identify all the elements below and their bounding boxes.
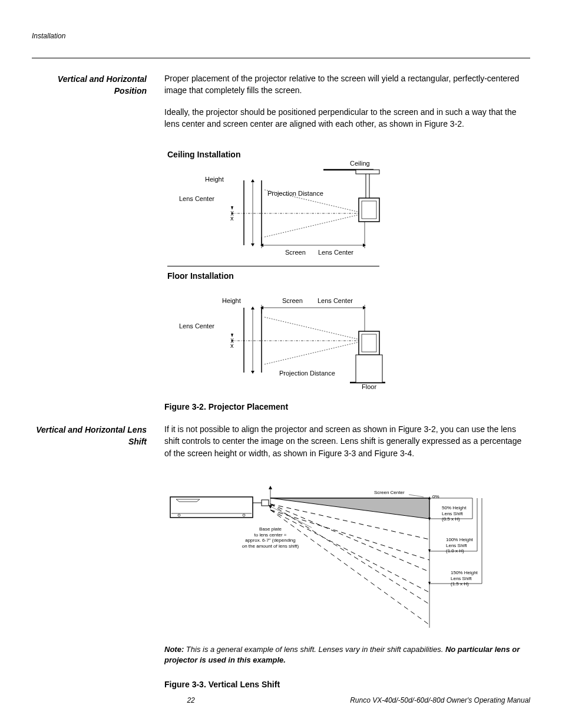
label-zero-percent: 0% [432, 494, 439, 500]
svg-marker-22 [231, 206, 233, 210]
label-x: x [230, 215, 234, 222]
label-lens-center-2: Lens Center [318, 249, 353, 256]
svg-rect-14 [356, 170, 379, 174]
label-100-b: Lens Shift [446, 543, 473, 549]
label-screen: Screen [285, 249, 306, 256]
section-lens-shift: Vertical and Horizontal Lens Shift If it… [32, 423, 530, 469]
label-100-c: (1.0 x H) [446, 548, 473, 554]
body-position: Proper placement of the projector relati… [164, 73, 530, 139]
svg-marker-54 [270, 498, 429, 519]
svg-line-58 [270, 504, 429, 604]
side-heading-position: Vertical and Horizontal Position [32, 73, 147, 139]
figure-3-3-caption: Figure 3-3. Vertical Lens Shift [164, 680, 530, 689]
figure-separator [167, 266, 379, 266]
label-proj-dist: Projection Distance [267, 190, 323, 197]
svg-line-28 [265, 317, 365, 341]
svg-line-6 [265, 213, 365, 237]
note: Note: This is a general example of lens … [164, 644, 530, 666]
ceiling-diagram: Ceiling Height Lens Center x Projection … [167, 163, 391, 257]
svg-rect-50 [262, 500, 269, 506]
side-heading-lens-shift: Vertical and Horizontal Lens Shift [32, 423, 147, 469]
label-lens-center-2: Lens Center [179, 322, 214, 330]
svg-marker-35 [363, 306, 366, 309]
label-floor: Floor [362, 383, 376, 390]
svg-marker-73 [428, 549, 431, 552]
svg-line-29 [265, 341, 365, 364]
body-lens-shift: If it is not possible to align the proje… [164, 423, 530, 469]
para: If it is not possible to align the proje… [164, 423, 530, 459]
figure-3-3: Screen Center 0% Base plate to lens cent… [164, 480, 530, 689]
doc-title: Runco VX-40d/-50d/-60d/-80d Owner's Oper… [350, 696, 530, 704]
footer: 22 Runco VX-40d/-50d/-60d/-80d Owner's O… [32, 696, 530, 704]
label-ceiling: Ceiling [350, 160, 370, 167]
fig-subtitle-ceiling: Ceiling Installation [167, 150, 530, 159]
page-number: 22 [32, 696, 350, 704]
svg-marker-52 [269, 486, 272, 489]
label-50-b: Lens Shift [442, 511, 466, 517]
label-lens-center: Lens Center [318, 297, 353, 304]
label-height: Height [205, 176, 224, 183]
svg-marker-3 [251, 179, 254, 182]
label-150-a: 150% Height [451, 570, 478, 576]
svg-marker-74 [428, 582, 431, 585]
svg-marker-26 [251, 307, 254, 309]
label-150-c: (1.5 x H) [451, 581, 478, 587]
section-position: Vertical and Horizontal Position Proper … [32, 73, 530, 139]
svg-marker-4 [251, 243, 254, 246]
label-50-a: 50% Height [442, 505, 466, 511]
svg-line-76 [409, 495, 424, 497]
note-label: Note: [164, 645, 184, 654]
label-lens-center: Lens Center [179, 195, 214, 202]
floor-diagram: Height Screen Lens Center Lens Center x … [167, 284, 391, 390]
svg-line-60 [270, 510, 429, 592]
label-100-a: 100% Height [446, 537, 473, 543]
label-50-c: (0.5 x H) [442, 516, 466, 522]
note-text: This is a general example of lens shift.… [184, 645, 445, 654]
fig-subtitle-floor: Floor Installation [167, 271, 530, 281]
label-screen: Screen [282, 297, 303, 304]
svg-marker-27 [251, 371, 254, 374]
svg-marker-72 [428, 518, 431, 521]
svg-rect-38 [362, 334, 376, 352]
figure-3-2-caption: Figure 3-2. Projector Placement [164, 402, 530, 411]
label-x: x [230, 342, 234, 349]
label-proj-dist: Projection Distance [279, 370, 335, 377]
label-base-plate: Base plate to lens center = approx. 6-7"… [223, 526, 318, 549]
label-150-b: Lens Shift [451, 576, 478, 582]
header-rule [32, 58, 530, 58]
para: Proper placement of the projector relati… [164, 73, 530, 97]
svg-line-75 [270, 506, 312, 528]
svg-rect-39 [356, 355, 382, 383]
para: Ideally, the projector should be positio… [164, 106, 530, 130]
lens-shift-diagram: Screen Center 0% Base plate to lens cent… [164, 480, 494, 634]
running-header: Installation [32, 32, 530, 40]
label-screen-center: Screen Center [374, 490, 405, 496]
svg-marker-12 [363, 243, 366, 247]
figure-3-2: Ceiling Installation [164, 150, 530, 411]
svg-marker-43 [231, 334, 233, 337]
label-height: Height [222, 297, 241, 304]
svg-rect-18 [362, 201, 376, 219]
svg-rect-45 [170, 497, 253, 518]
